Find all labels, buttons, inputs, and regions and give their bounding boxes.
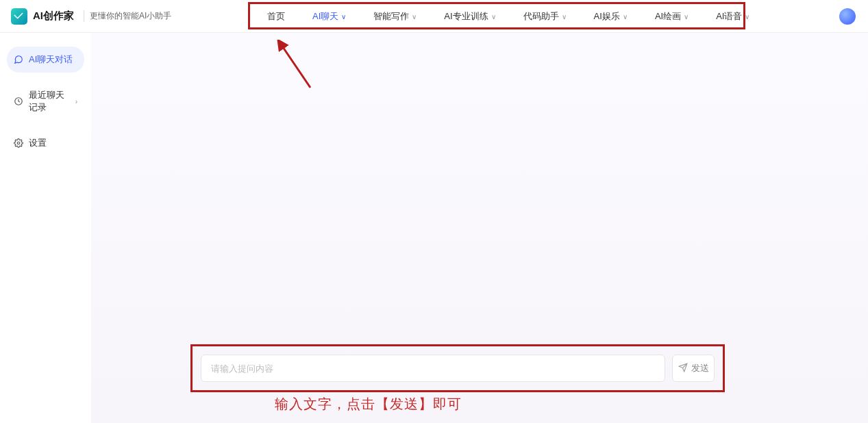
nav-label: 首页 <box>267 10 285 23</box>
sidebar-item-recent[interactable]: 最近聊天记录 › <box>7 82 84 120</box>
nav-ai-training[interactable]: AI专业训练 ∨ <box>430 0 509 33</box>
sidebar-item-label: 最近聊天记录 <box>29 89 70 114</box>
nav-label: 代码助手 <box>523 10 559 23</box>
chevron-down-icon: ∨ <box>412 13 417 21</box>
gear-icon <box>14 138 23 148</box>
send-button[interactable]: 发送 <box>672 355 715 382</box>
app-tagline: 更懂你的智能AI小助手 <box>84 10 171 22</box>
chevron-down-icon: ∨ <box>562 13 567 21</box>
sidebar-item-ai-chat[interactable]: AI聊天对话 <box>7 47 84 73</box>
nav-ai-voice[interactable]: AI语音 ∨ <box>702 0 763 33</box>
chat-input-area: 发送 <box>201 355 715 382</box>
chat-input[interactable] <box>201 355 665 382</box>
chevron-down-icon: ∨ <box>684 13 689 21</box>
svg-line-2 <box>282 45 310 88</box>
nav-label: AI聊天 <box>312 10 338 23</box>
avatar[interactable] <box>839 8 856 25</box>
nav-home[interactable]: 首页 <box>253 0 299 33</box>
chevron-down-icon: ∨ <box>623 13 628 21</box>
send-label: 发送 <box>691 362 709 374</box>
logo-icon <box>11 8 27 25</box>
send-icon <box>678 363 688 374</box>
chevron-down-icon: ∨ <box>745 13 749 21</box>
main: AI聊天对话 最近聊天记录 › 设置 <box>0 33 868 423</box>
annotation-hint-text: 输入文字，点击【发送】即可 <box>275 395 462 413</box>
chevron-down-icon: ∨ <box>491 13 496 21</box>
header: AI创作家 更懂你的智能AI小助手 首页 AI聊天 ∨ 智能写作 ∨ AI专业训… <box>0 0 868 33</box>
nav-label: AI娱乐 <box>594 10 620 23</box>
nav-code-assistant[interactable]: 代码助手 ∨ <box>510 0 580 33</box>
nav-ai-painting[interactable]: AI绘画 ∨ <box>641 0 702 33</box>
chat-input-row: 发送 <box>201 355 715 382</box>
app-name: AI创作家 <box>33 10 74 23</box>
nav-smart-writing[interactable]: 智能写作 ∨ <box>360 0 430 33</box>
annotation-arrow <box>276 40 317 94</box>
top-nav: 首页 AI聊天 ∨ 智能写作 ∨ AI专业训练 ∨ 代码助手 ∨ AI娱乐 ∨ … <box>253 0 763 33</box>
content-area: 发送 输入文字，点击【发送】即可 <box>91 33 868 423</box>
svg-point-1 <box>17 142 20 144</box>
sidebar-item-label: 设置 <box>29 137 47 149</box>
sidebar-item-settings[interactable]: 设置 <box>7 130 84 156</box>
chat-icon <box>14 55 23 64</box>
clock-icon <box>14 97 23 106</box>
sidebar-item-label: AI聊天对话 <box>29 53 73 66</box>
chevron-right-icon: › <box>75 98 77 105</box>
nav-ai-chat[interactable]: AI聊天 ∨ <box>299 0 360 33</box>
nav-label: 智能写作 <box>373 10 409 23</box>
nav-label: AI绘画 <box>655 10 681 23</box>
sidebar: AI聊天对话 最近聊天记录 › 设置 <box>0 33 91 423</box>
logo-area: AI创作家 更懂你的智能AI小助手 <box>11 8 171 25</box>
nav-label: AI语音 <box>716 10 742 23</box>
nav-label: AI专业训练 <box>444 10 488 23</box>
nav-ai-entertainment[interactable]: AI娱乐 ∨ <box>580 0 641 33</box>
chevron-down-icon: ∨ <box>341 13 346 21</box>
